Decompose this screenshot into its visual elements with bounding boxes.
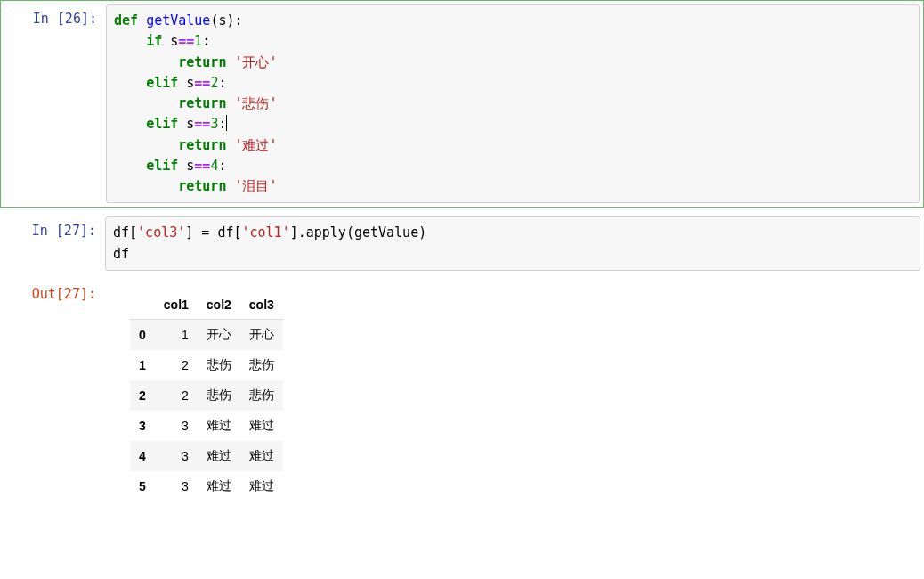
- cell-col2: 难过: [198, 471, 240, 502]
- str-4: '泪目': [234, 178, 277, 194]
- param-s: s: [218, 12, 226, 29]
- table-row: 2 2 悲伤 悲伤: [130, 380, 283, 411]
- code-editor-26[interactable]: def getValue(s): if s==1: return '开心' el…: [106, 4, 920, 203]
- cell-col3: 难过: [240, 471, 283, 502]
- cell-col1: 2: [155, 350, 198, 380]
- cell-col1: 3: [155, 471, 198, 502]
- cell-col2: 难过: [198, 411, 240, 441]
- cell-col3: 难过: [240, 411, 283, 441]
- str-2: '悲伤': [234, 95, 277, 111]
- cell-col2: 悲伤: [198, 350, 240, 380]
- cell-col2: 悲伤: [198, 380, 240, 411]
- col-header-col2: col2: [198, 290, 240, 320]
- code-cell-27[interactable]: In [27]: df['col3'] = df['col1'].apply(g…: [0, 213, 924, 274]
- in-prompt-27: In [27]:: [0, 216, 105, 271]
- kw-elif: elif: [146, 75, 178, 91]
- cell-col1: 3: [155, 441, 198, 471]
- row-index: 3: [130, 411, 155, 441]
- out-prompt-27: Out[27]:: [0, 281, 105, 502]
- kw-return: return: [178, 54, 226, 70]
- in-prompt-26: In [26]:: [1, 4, 106, 203]
- cell-col3: 开心: [240, 319, 283, 350]
- row-index: 4: [130, 441, 155, 471]
- cell-col1: 3: [155, 411, 198, 441]
- table-header-row: col1 col2 col3: [130, 290, 283, 320]
- cell-col1: 2: [155, 380, 198, 411]
- output-cell-27: Out[27]: col1 col2 col3 0 1 开心: [0, 281, 924, 502]
- row-index: 1: [130, 350, 155, 380]
- kw-if: if: [146, 33, 162, 49]
- table-row: 3 3 难过 难过: [130, 411, 283, 441]
- str-3: '难过': [234, 137, 277, 153]
- cell-col1: 1: [155, 319, 198, 350]
- table-row: 5 3 难过 难过: [130, 471, 283, 502]
- notebook-container: In [26]: def getValue(s): if s==1: retur…: [0, 0, 924, 502]
- table-row: 0 1 开心 开心: [130, 319, 283, 350]
- row-index: 5: [130, 471, 155, 502]
- dataframe-table: col1 col2 col3 0 1 开心 开心 1 2 悲: [130, 290, 283, 502]
- col-header-col1: col1: [155, 290, 198, 320]
- row-index: 2: [130, 380, 155, 411]
- str-col3: 'col3': [137, 224, 185, 241]
- str-col1: 'col1': [242, 224, 290, 241]
- col-header-col3: col3: [240, 290, 283, 320]
- str-1: '开心': [234, 54, 277, 70]
- cell-col2: 难过: [198, 441, 240, 471]
- col-header-index: [130, 290, 155, 320]
- row-index: 0: [130, 319, 155, 350]
- cell-col3: 悲伤: [240, 350, 283, 380]
- table-row: 4 3 难过 难过: [130, 441, 283, 471]
- cell-col3: 悲伤: [240, 380, 283, 411]
- fn-name: getValue: [146, 12, 210, 29]
- kw-def: def: [114, 12, 138, 29]
- code-cell-26[interactable]: In [26]: def getValue(s): if s==1: retur…: [0, 0, 924, 208]
- code-editor-27[interactable]: df['col3'] = df['col1'].apply(getValue) …: [105, 216, 920, 271]
- text-cursor: [226, 115, 227, 131]
- cell-col2: 开心: [198, 319, 240, 350]
- table-row: 1 2 悲伤 悲伤: [130, 350, 283, 380]
- df-expr: df: [113, 246, 129, 262]
- cell-col3: 难过: [240, 441, 283, 471]
